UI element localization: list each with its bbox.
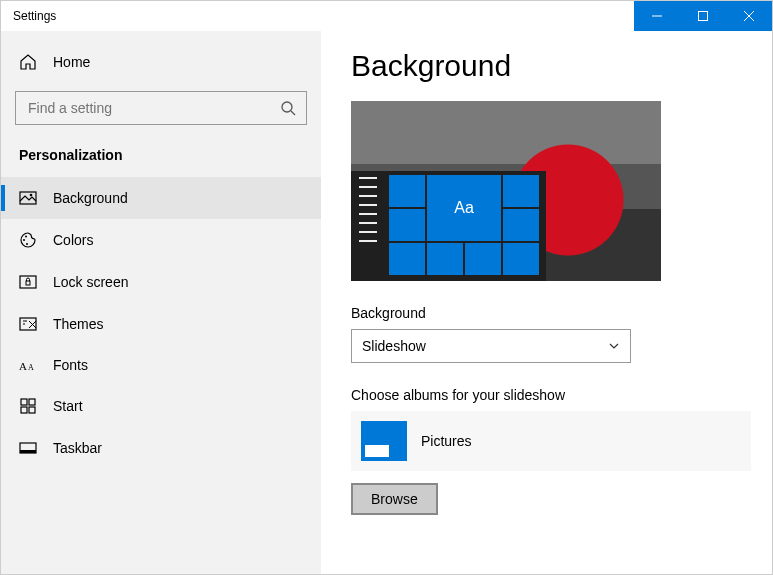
svg-rect-14 bbox=[21, 407, 27, 413]
desktop-preview: Aa bbox=[351, 101, 661, 281]
nav-item-colors[interactable]: Colors bbox=[1, 219, 321, 261]
browse-button[interactable]: Browse bbox=[351, 483, 438, 515]
titlebar: Settings bbox=[1, 1, 772, 31]
nav-item-themes[interactable]: Themes bbox=[1, 303, 321, 345]
lock-frame-icon bbox=[19, 273, 37, 291]
nav-item-fonts[interactable]: AA Fonts bbox=[1, 345, 321, 385]
preview-tile-text: Aa bbox=[427, 175, 501, 241]
background-dropdown-value: Slideshow bbox=[362, 338, 426, 354]
svg-point-1 bbox=[282, 102, 292, 112]
fonts-icon: AA bbox=[19, 357, 37, 373]
albums-label: Choose albums for your slideshow bbox=[351, 387, 742, 403]
home-nav[interactable]: Home bbox=[1, 43, 321, 81]
svg-rect-15 bbox=[29, 407, 35, 413]
browse-button-label: Browse bbox=[371, 491, 418, 507]
palette-icon bbox=[19, 231, 37, 249]
background-dropdown[interactable]: Slideshow bbox=[351, 329, 631, 363]
svg-rect-12 bbox=[21, 399, 27, 405]
content-pane: Background Aa Background Slideshow bbox=[321, 31, 772, 575]
nav-item-label: Start bbox=[53, 398, 83, 414]
svg-rect-8 bbox=[26, 281, 30, 285]
svg-point-4 bbox=[23, 239, 25, 241]
svg-text:A: A bbox=[19, 360, 27, 372]
nav-item-lock-screen[interactable]: Lock screen bbox=[1, 261, 321, 303]
home-icon bbox=[19, 53, 37, 71]
picture-icon bbox=[19, 189, 37, 207]
start-icon bbox=[19, 397, 37, 415]
search-box[interactable] bbox=[15, 91, 307, 125]
nav-item-label: Colors bbox=[53, 232, 93, 248]
svg-rect-0 bbox=[699, 12, 708, 21]
window-controls bbox=[634, 1, 772, 31]
nav-item-label: Fonts bbox=[53, 357, 88, 373]
close-button[interactable] bbox=[726, 1, 772, 31]
category-heading: Personalization bbox=[1, 141, 321, 177]
chevron-down-icon bbox=[608, 340, 620, 352]
svg-point-6 bbox=[26, 243, 28, 245]
nav-item-label: Background bbox=[53, 190, 128, 206]
minimize-button[interactable] bbox=[634, 1, 680, 31]
window-title: Settings bbox=[1, 9, 56, 23]
nav-item-label: Taskbar bbox=[53, 440, 102, 456]
folder-icon bbox=[361, 421, 407, 461]
svg-point-3 bbox=[30, 194, 33, 197]
album-item[interactable]: Pictures bbox=[351, 411, 751, 471]
search-icon bbox=[280, 100, 296, 116]
background-dropdown-label: Background bbox=[351, 305, 742, 321]
svg-rect-17 bbox=[20, 450, 36, 453]
sidebar: Home Personalization Background Colors bbox=[1, 31, 321, 575]
svg-point-5 bbox=[25, 236, 27, 238]
album-name: Pictures bbox=[421, 433, 472, 449]
nav-item-taskbar[interactable]: Taskbar bbox=[1, 427, 321, 469]
themes-icon bbox=[19, 315, 37, 333]
maximize-button[interactable] bbox=[680, 1, 726, 31]
nav-item-start[interactable]: Start bbox=[1, 385, 321, 427]
svg-rect-13 bbox=[29, 399, 35, 405]
taskbar-icon bbox=[19, 439, 37, 457]
nav-item-label: Themes bbox=[53, 316, 104, 332]
page-heading: Background bbox=[351, 49, 742, 83]
home-label: Home bbox=[53, 54, 90, 70]
preview-start-menu: Aa bbox=[351, 171, 546, 281]
svg-text:A: A bbox=[28, 363, 34, 372]
nav-item-label: Lock screen bbox=[53, 274, 128, 290]
search-input[interactable] bbox=[26, 99, 280, 117]
nav-item-background[interactable]: Background bbox=[1, 177, 321, 219]
